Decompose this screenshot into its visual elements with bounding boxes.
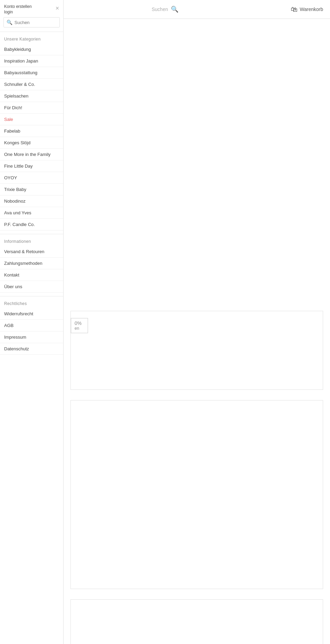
sidebar-item-one-more-family[interactable]: One More in the Family — [0, 149, 63, 160]
sidebar-konto-label[interactable]: Konto erstellen — [4, 4, 32, 9]
sidebar-item-kontakt[interactable]: Kontakt — [0, 269, 63, 281]
cart-label: Warenkorb — [300, 7, 323, 12]
sidebar-item-sale[interactable]: Sale — [0, 114, 63, 125]
promo-badge-percent: 0% — [75, 320, 84, 326]
divider-top — [0, 32, 63, 32]
legal-list: Widerrufsrecht AGB Impressum Datenschutz — [0, 308, 63, 355]
main-content: 0% en en — [64, 0, 330, 644]
sidebar-search-box[interactable]: 🔍 — [3, 17, 60, 27]
sidebar-item-konges-slojd[interactable]: Konges Slöjd — [0, 137, 63, 149]
promo-badge-1: 0% en — [71, 318, 88, 333]
sidebar-account: Konto erstellen login — [4, 4, 32, 14]
info-heading: Informationen — [0, 236, 63, 246]
content-area: 0% en en — [64, 19, 330, 644]
divider-legal — [0, 296, 63, 296]
header-search-area[interactable]: Suchen 🔍 — [152, 5, 178, 13]
divider-info — [0, 234, 63, 234]
sidebar-overlay: Konto erstellen login × 🔍 Unsere Kategor… — [0, 0, 64, 644]
large-white-block — [70, 400, 323, 589]
sidebar-item-trixie-baby[interactable]: Trixie Baby — [0, 184, 63, 195]
sidebar-top: Konto erstellen login × — [0, 0, 63, 17]
close-icon[interactable]: × — [55, 5, 59, 12]
sidebar-search-input[interactable] — [14, 20, 57, 25]
sidebar-item-zahlungsmethoden[interactable]: Zahlungsmethoden — [0, 258, 63, 269]
cart-button[interactable]: 🛍 Warenkorb — [291, 5, 323, 13]
promo-badge-text: en — [75, 326, 84, 331]
sidebar-item-impressum[interactable]: Impressum — [0, 331, 63, 343]
cart-icon: 🛍 — [291, 5, 298, 13]
info-list: Versand & Retouren Zahlungsmethoden Kont… — [0, 246, 63, 293]
sidebar-item-fabelab[interactable]: Fabelab — [0, 125, 63, 137]
sidebar-item-fuer-dich[interactable]: Für Dich! — [0, 102, 63, 114]
sidebar-item-datenschutz[interactable]: Datenschutz — [0, 343, 63, 355]
sidebar-login-label[interactable]: login — [4, 10, 32, 14]
sidebar-item-babykleidung[interactable]: Babykleidung — [0, 44, 63, 55]
sidebar-item-oyoy[interactable]: OYOY — [0, 172, 63, 184]
header-search-label: Suchen — [152, 7, 168, 12]
sidebar-item-fine-little-day[interactable]: Fine Little Day — [0, 160, 63, 172]
sidebar-item-uber-uns[interactable]: Über uns — [0, 281, 63, 293]
sidebar-item-versand-retouren[interactable]: Versand & Retouren — [0, 246, 63, 258]
sidebar-item-schnuller-co[interactable]: Schnuller & Co. — [0, 79, 63, 90]
sidebar-item-widerrufsrecht[interactable]: Widerrufsrecht — [0, 308, 63, 320]
sidebar-search-icon: 🔍 — [7, 20, 12, 25]
promo-block-1: 0% en — [70, 311, 323, 390]
sidebar-item-spielsachen[interactable]: Spielsachen — [0, 90, 63, 102]
sidebar-item-inspiration-japan[interactable]: Inspiration Japan — [0, 55, 63, 67]
sidebar-item-ava-und-yves[interactable]: Ava und Yves — [0, 207, 63, 219]
sidebar-item-babyausstattung[interactable]: Babyausstattung — [0, 67, 63, 79]
sidebar-item-pf-candle-co[interactable]: P.F. Candle Co. — [0, 219, 63, 230]
search-icon[interactable]: 🔍 — [171, 5, 178, 13]
categories-list: Babykleidung Inspiration Japan Babyausst… — [0, 44, 63, 230]
sidebar-item-agb[interactable]: AGB — [0, 320, 63, 331]
categories-heading: Unsere Kategorien — [0, 33, 63, 44]
promo-block-3: en — [70, 599, 323, 644]
sidebar-item-nobodinoz[interactable]: Nobodinoz — [0, 195, 63, 207]
legal-heading: Rechtliches — [0, 298, 63, 308]
